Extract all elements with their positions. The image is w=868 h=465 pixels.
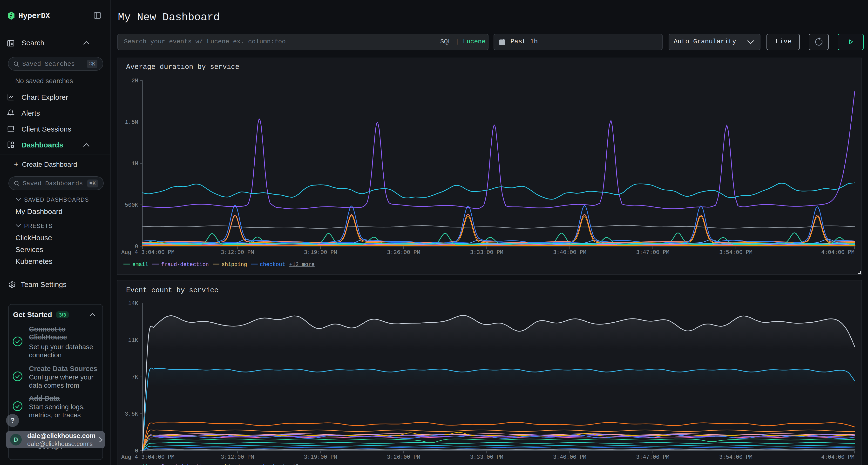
svg-text:email: email [132,464,148,465]
svg-text:0: 0 [135,448,138,454]
svg-text:7K: 7K [131,374,138,380]
svg-text:Average duration by service: Average duration by service [126,63,240,71]
svg-text:3:47:00 PM: 3:47:00 PM [636,454,669,460]
svg-text:3:47:00 PM: 3:47:00 PM [636,250,669,256]
svg-text:3:12:00 PM: 3:12:00 PM [221,454,254,460]
svg-text:3:54:00 PM: 3:54:00 PM [719,250,752,256]
svg-text:3:40:00 PM: 3:40:00 PM [553,454,586,460]
svg-text:4:04:00 PM: 4:04:00 PM [821,454,855,460]
svg-text:shipping: shipping [222,464,247,465]
svg-text:0: 0 [135,243,138,250]
svg-text:3:19:00 PM: 3:19:00 PM [304,454,337,460]
svg-text:4:04:00 PM: 4:04:00 PM [821,250,855,256]
svg-text:14K: 14K [128,300,138,307]
svg-text:Aug 4 3:04:00 PM: Aug 4 3:04:00 PM [121,454,175,460]
svg-text:Aug 4 3:04:00 PM: Aug 4 3:04:00 PM [121,250,175,256]
svg-text:Event count by service: Event count by service [126,287,218,294]
svg-text:3.5K: 3.5K [125,411,138,417]
svg-text:+12 more: +12 more [289,262,315,268]
svg-text:3:54:00 PM: 3:54:00 PM [719,454,752,460]
svg-text:500K: 500K [125,202,138,208]
svg-text:3:12:00 PM: 3:12:00 PM [221,250,254,256]
svg-text:checkout: checkout [260,464,285,465]
svg-text:1M: 1M [131,161,138,167]
svg-text:1.5M: 1.5M [125,119,138,126]
svg-text:3:19:00 PM: 3:19:00 PM [304,250,337,256]
svg-text:11K: 11K [128,337,138,343]
svg-text:checkout: checkout [260,262,285,268]
svg-text:3:33:00 PM: 3:33:00 PM [470,250,503,256]
svg-text:shipping: shipping [222,262,247,268]
svg-text:3:26:00 PM: 3:26:00 PM [387,250,420,256]
svg-text:fraud-detection: fraud-detection [161,262,209,268]
svg-text:+12 more: +12 more [289,464,315,465]
svg-text:3:26:00 PM: 3:26:00 PM [387,454,420,460]
svg-text:email: email [132,262,148,268]
svg-text:3:40:00 PM: 3:40:00 PM [553,250,586,256]
svg-text:2M: 2M [131,78,138,84]
svg-text:3:33:00 PM: 3:33:00 PM [470,454,503,460]
svg-text:fraud-detection: fraud-detection [161,464,209,465]
